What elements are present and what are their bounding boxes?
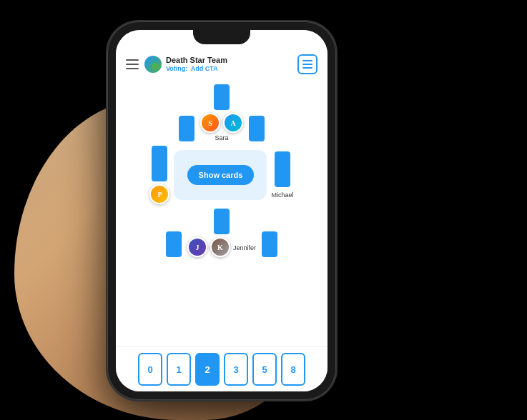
- team-logo: [144, 56, 162, 73]
- list-icon: [302, 59, 312, 69]
- voting-label: Voting:: [166, 65, 187, 72]
- scene: Death Star Team Voting: Add CTA: [0, 0, 527, 420]
- phone-screen: Death Star Team Voting: Add CTA: [116, 30, 327, 391]
- card-slot: [179, 116, 194, 141]
- vote-card-0[interactable]: 0: [138, 353, 162, 386]
- michael-name: Michael: [271, 191, 293, 199]
- bottom-player-row: J K Jennifer: [123, 209, 320, 257]
- sara-player-col: S A Sara: [200, 84, 243, 141]
- svg-rect-1: [302, 64, 312, 65]
- jen-avatar1: J: [189, 239, 206, 256]
- card-slot: [262, 231, 277, 257]
- avatar: S: [200, 113, 220, 133]
- jen-avatar2: K: [212, 239, 229, 256]
- sara-avatar: S: [202, 114, 219, 131]
- top-player-row: S A Sara: [123, 84, 320, 141]
- svg-rect-2: [302, 67, 312, 69]
- vote-card-2[interactable]: 2: [195, 353, 220, 386]
- card-slot: [214, 209, 230, 234]
- card-slot: [152, 146, 167, 181]
- vote-card-1[interactable]: 1: [167, 353, 191, 386]
- left-player-area: P: [149, 146, 169, 204]
- menu-icon[interactable]: [126, 59, 139, 69]
- card-slot: [249, 116, 265, 141]
- vote-card-8[interactable]: 8: [281, 353, 305, 386]
- michael-player-area: Michael: [271, 151, 293, 199]
- app-header: Death Star Team Voting: Add CTA: [116, 51, 327, 79]
- phone-wrapper: Death Star Team Voting: Add CTA: [107, 21, 336, 400]
- jennifer-name: Jennifer: [233, 244, 256, 251]
- avatar: A: [223, 113, 243, 133]
- logo-inner: [152, 63, 159, 70]
- main-content: S A Sara: [116, 79, 327, 346]
- status-bar: [116, 30, 327, 51]
- show-cards-button[interactable]: Show cards: [187, 165, 255, 185]
- list-view-button[interactable]: [297, 54, 317, 74]
- avatar: K: [210, 237, 230, 257]
- left-avatar: P: [151, 186, 168, 203]
- svg-rect-0: [302, 60, 312, 61]
- voting-subtitle: Voting: Add CTA: [166, 65, 297, 73]
- sara-name: Sara: [215, 134, 228, 141]
- vote-card-3[interactable]: 3: [224, 353, 248, 386]
- voting-bar: 0 1 2 3 5 8: [116, 346, 327, 391]
- avatar: P: [149, 184, 169, 204]
- sara-avatar2: A: [225, 114, 242, 131]
- avatar: J: [187, 237, 207, 257]
- vote-card-5[interactable]: 5: [252, 353, 277, 386]
- header-text: Death Star Team Voting: Add CTA: [166, 56, 297, 73]
- card-slot: [275, 151, 290, 187]
- phone-frame: Death Star Team Voting: Add CTA: [107, 21, 336, 400]
- team-name: Death Star Team: [166, 56, 297, 65]
- center-voting-area: Show cards: [174, 150, 267, 200]
- card-slot: [166, 231, 182, 257]
- jennifer-player-col: J K Jennifer: [187, 209, 256, 257]
- cta-label: Add CTA: [191, 65, 218, 72]
- middle-section: P Show cards Michael: [123, 146, 320, 204]
- card-slot: [214, 84, 230, 110]
